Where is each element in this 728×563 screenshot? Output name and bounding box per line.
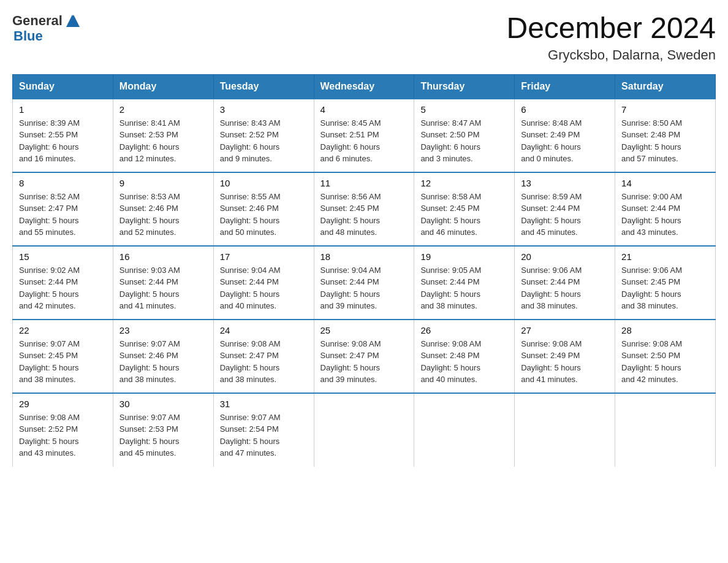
day-number: 1	[19, 104, 107, 115]
day-cell-18: 18Sunrise: 9:04 AMSunset: 2:44 PMDayligh…	[314, 246, 414, 320]
day-info: Sunrise: 9:07 AMSunset: 2:45 PMDaylight:…	[19, 338, 107, 386]
col-header-monday: Monday	[113, 74, 213, 99]
empty-cell	[515, 393, 615, 467]
day-number: 26	[420, 325, 508, 335]
day-cell-1: 1Sunrise: 8:39 AMSunset: 2:55 PMDaylight…	[13, 99, 113, 172]
day-cell-17: 17Sunrise: 9:04 AMSunset: 2:44 PMDayligh…	[213, 246, 314, 320]
day-cell-22: 22Sunrise: 9:07 AMSunset: 2:45 PMDayligh…	[13, 320, 113, 393]
day-number: 8	[19, 178, 107, 188]
logo-general-text: General	[12, 13, 63, 29]
day-cell-31: 31Sunrise: 9:07 AMSunset: 2:54 PMDayligh…	[213, 393, 314, 467]
day-info: Sunrise: 9:08 AMSunset: 2:47 PMDaylight:…	[220, 338, 308, 386]
day-number: 10	[220, 178, 308, 188]
day-cell-15: 15Sunrise: 9:02 AMSunset: 2:44 PMDayligh…	[13, 246, 113, 320]
title-area: December 2024 Grycksbo, Dalarna, Sweden	[506, 12, 716, 63]
day-number: 9	[119, 178, 207, 188]
day-number: 21	[621, 251, 709, 262]
day-cell-7: 7Sunrise: 8:50 AMSunset: 2:48 PMDaylight…	[615, 99, 716, 172]
day-cell-16: 16Sunrise: 9:03 AMSunset: 2:44 PMDayligh…	[113, 246, 213, 320]
day-info: Sunrise: 9:08 AMSunset: 2:49 PMDaylight:…	[521, 338, 609, 386]
day-cell-25: 25Sunrise: 9:08 AMSunset: 2:47 PMDayligh…	[314, 320, 414, 393]
day-info: Sunrise: 8:58 AMSunset: 2:45 PMDaylight:…	[420, 191, 508, 239]
calendar-table: SundayMondayTuesdayWednesdayThursdayFrid…	[12, 74, 716, 467]
col-header-tuesday: Tuesday	[213, 74, 314, 99]
day-cell-30: 30Sunrise: 9:07 AMSunset: 2:53 PMDayligh…	[113, 393, 213, 467]
day-info: Sunrise: 8:47 AMSunset: 2:50 PMDaylight:…	[420, 117, 508, 165]
day-number: 4	[320, 104, 408, 115]
day-info: Sunrise: 9:08 AMSunset: 2:50 PMDaylight:…	[621, 338, 709, 386]
day-cell-21: 21Sunrise: 9:06 AMSunset: 2:45 PMDayligh…	[615, 246, 716, 320]
week-row-5: 29Sunrise: 9:08 AMSunset: 2:52 PMDayligh…	[13, 393, 716, 467]
day-info: Sunrise: 9:08 AMSunset: 2:52 PMDaylight:…	[19, 412, 107, 459]
day-cell-6: 6Sunrise: 8:48 AMSunset: 2:49 PMDaylight…	[515, 99, 615, 172]
day-info: Sunrise: 8:52 AMSunset: 2:47 PMDaylight:…	[19, 191, 107, 239]
day-number: 31	[220, 399, 308, 409]
day-info: Sunrise: 8:48 AMSunset: 2:49 PMDaylight:…	[521, 117, 609, 165]
day-cell-12: 12Sunrise: 8:58 AMSunset: 2:45 PMDayligh…	[414, 172, 515, 246]
day-number: 2	[119, 104, 207, 115]
day-cell-11: 11Sunrise: 8:56 AMSunset: 2:45 PMDayligh…	[314, 172, 414, 246]
day-info: Sunrise: 9:07 AMSunset: 2:53 PMDaylight:…	[119, 412, 207, 459]
day-number: 13	[521, 178, 609, 188]
day-info: Sunrise: 8:45 AMSunset: 2:51 PMDaylight:…	[320, 117, 408, 165]
day-number: 28	[621, 325, 709, 335]
day-info: Sunrise: 9:08 AMSunset: 2:48 PMDaylight:…	[420, 338, 508, 386]
day-info: Sunrise: 9:04 AMSunset: 2:44 PMDaylight:…	[320, 264, 408, 312]
day-number: 27	[521, 325, 609, 335]
day-info: Sunrise: 9:06 AMSunset: 2:45 PMDaylight:…	[621, 264, 709, 312]
day-info: Sunrise: 9:08 AMSunset: 2:47 PMDaylight:…	[320, 338, 408, 386]
day-cell-2: 2Sunrise: 8:41 AMSunset: 2:53 PMDaylight…	[113, 99, 213, 172]
day-info: Sunrise: 8:59 AMSunset: 2:44 PMDaylight:…	[521, 191, 609, 239]
calendar-title: December 2024	[506, 12, 716, 45]
week-row-2: 8Sunrise: 8:52 AMSunset: 2:47 PMDaylight…	[13, 172, 716, 246]
day-info: Sunrise: 8:56 AMSunset: 2:45 PMDaylight:…	[320, 191, 408, 239]
day-number: 5	[420, 104, 508, 115]
day-cell-19: 19Sunrise: 9:05 AMSunset: 2:44 PMDayligh…	[414, 246, 515, 320]
day-number: 22	[19, 325, 107, 335]
week-row-3: 15Sunrise: 9:02 AMSunset: 2:44 PMDayligh…	[13, 246, 716, 320]
empty-cell	[414, 393, 515, 467]
day-info: Sunrise: 9:02 AMSunset: 2:44 PMDaylight:…	[19, 264, 107, 312]
day-info: Sunrise: 8:41 AMSunset: 2:53 PMDaylight:…	[119, 117, 207, 165]
col-header-thursday: Thursday	[414, 74, 515, 99]
day-cell-3: 3Sunrise: 8:43 AMSunset: 2:52 PMDaylight…	[213, 99, 314, 172]
day-cell-8: 8Sunrise: 8:52 AMSunset: 2:47 PMDaylight…	[13, 172, 113, 246]
day-info: Sunrise: 8:55 AMSunset: 2:46 PMDaylight:…	[220, 191, 308, 239]
day-number: 3	[220, 104, 308, 115]
day-info: Sunrise: 8:39 AMSunset: 2:55 PMDaylight:…	[19, 117, 107, 165]
day-number: 20	[521, 251, 609, 262]
day-info: Sunrise: 9:07 AMSunset: 2:54 PMDaylight:…	[220, 412, 308, 459]
day-number: 24	[220, 325, 308, 335]
logo-triangle-icon	[64, 12, 81, 29]
day-cell-13: 13Sunrise: 8:59 AMSunset: 2:44 PMDayligh…	[515, 172, 615, 246]
day-cell-10: 10Sunrise: 8:55 AMSunset: 2:46 PMDayligh…	[213, 172, 314, 246]
day-cell-9: 9Sunrise: 8:53 AMSunset: 2:46 PMDaylight…	[113, 172, 213, 246]
empty-cell	[314, 393, 414, 467]
day-cell-23: 23Sunrise: 9:07 AMSunset: 2:46 PMDayligh…	[113, 320, 213, 393]
day-number: 25	[320, 325, 408, 335]
day-number: 17	[220, 251, 308, 262]
day-number: 14	[621, 178, 709, 188]
day-info: Sunrise: 8:43 AMSunset: 2:52 PMDaylight:…	[220, 117, 308, 165]
col-header-sunday: Sunday	[13, 74, 113, 99]
week-row-4: 22Sunrise: 9:07 AMSunset: 2:45 PMDayligh…	[13, 320, 716, 393]
day-cell-20: 20Sunrise: 9:06 AMSunset: 2:44 PMDayligh…	[515, 246, 615, 320]
day-cell-14: 14Sunrise: 9:00 AMSunset: 2:44 PMDayligh…	[615, 172, 716, 246]
day-info: Sunrise: 9:06 AMSunset: 2:44 PMDaylight:…	[521, 264, 609, 312]
logo: General Blue	[12, 12, 81, 44]
day-number: 12	[420, 178, 508, 188]
day-number: 18	[320, 251, 408, 262]
day-number: 19	[420, 251, 508, 262]
day-cell-24: 24Sunrise: 9:08 AMSunset: 2:47 PMDayligh…	[213, 320, 314, 393]
week-row-1: 1Sunrise: 8:39 AMSunset: 2:55 PMDaylight…	[13, 99, 716, 172]
day-info: Sunrise: 9:04 AMSunset: 2:44 PMDaylight:…	[220, 264, 308, 312]
day-info: Sunrise: 8:53 AMSunset: 2:46 PMDaylight:…	[119, 191, 207, 239]
day-info: Sunrise: 9:07 AMSunset: 2:46 PMDaylight:…	[119, 338, 207, 386]
col-header-saturday: Saturday	[615, 74, 716, 99]
day-cell-29: 29Sunrise: 9:08 AMSunset: 2:52 PMDayligh…	[13, 393, 113, 467]
day-cell-26: 26Sunrise: 9:08 AMSunset: 2:48 PMDayligh…	[414, 320, 515, 393]
day-number: 29	[19, 399, 107, 409]
empty-cell	[615, 393, 716, 467]
day-number: 30	[119, 399, 207, 409]
day-number: 16	[119, 251, 207, 262]
